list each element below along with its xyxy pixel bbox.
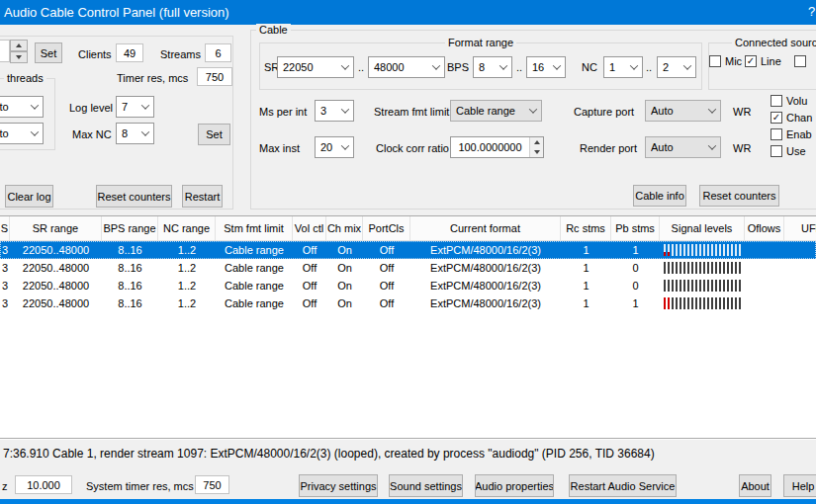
max-inst-combo[interactable]: 20 bbox=[315, 136, 354, 158]
meter-bar bbox=[680, 244, 681, 256]
meter-bar bbox=[691, 244, 693, 256]
thread-combo-1[interactable]: Auto bbox=[0, 96, 44, 118]
cell-portcls: Off bbox=[363, 297, 410, 309]
capture-port-combo[interactable]: Auto bbox=[645, 100, 721, 122]
render-port-combo[interactable]: Auto bbox=[645, 136, 721, 158]
cell-bps: 8..16 bbox=[102, 262, 158, 274]
table-row[interactable]: 322050..480008..161..2Cable rangeOffOnOf… bbox=[0, 241, 816, 259]
cell-nc: 1..2 bbox=[158, 297, 216, 309]
option-checkbox-use[interactable]: Use bbox=[771, 145, 806, 157]
meter-bar bbox=[664, 262, 666, 274]
column-header-nc[interactable]: NC range bbox=[158, 216, 216, 240]
meter-bar bbox=[687, 262, 689, 274]
restart-audio-service-button[interactable]: Restart Audio Service bbox=[569, 474, 677, 497]
checkbox-label: Line bbox=[761, 55, 781, 67]
meter-bar bbox=[699, 297, 701, 309]
column-header-pb[interactable]: Pb stms bbox=[611, 216, 660, 240]
about-button[interactable]: About bbox=[739, 474, 771, 497]
spin-down-button[interactable] bbox=[530, 147, 543, 157]
sound-settings-button[interactable]: Sound settings bbox=[389, 474, 463, 497]
table-row[interactable]: 322050..480008..161..2Cable rangeOffOnOf… bbox=[0, 277, 816, 294]
meter-bar bbox=[664, 297, 666, 309]
spin-up-button[interactable] bbox=[10, 40, 28, 51]
column-header-stm[interactable]: Stm fmt limit bbox=[216, 216, 293, 240]
column-header-signal[interactable]: Signal levels bbox=[660, 216, 745, 240]
title-bar[interactable]: Audio Cable Control Panel (full version) bbox=[0, 0, 816, 25]
stream-fmt-limit-combo[interactable]: Cable range bbox=[450, 100, 542, 122]
cables-table[interactable]: SSR rangeBPS rangeNC rangeStm fmt limitV… bbox=[0, 215, 816, 438]
hz-input[interactable]: 10.000 bbox=[15, 475, 72, 494]
cell-chmix: On bbox=[326, 280, 363, 292]
clear-log-button[interactable]: Clear log bbox=[5, 185, 53, 208]
sr-min-combo[interactable]: 22050 bbox=[277, 56, 354, 78]
column-header-oflows[interactable]: Oflows bbox=[745, 216, 784, 240]
audio-properties-button[interactable]: Audio properties bbox=[475, 474, 554, 497]
unchecked-checkbox-icon bbox=[771, 95, 782, 107]
meter-bar bbox=[695, 280, 697, 292]
meter-bar bbox=[711, 244, 713, 256]
chevron-down-icon bbox=[31, 127, 39, 135]
log-level-combo[interactable]: 7 bbox=[116, 96, 154, 118]
set-top-button[interactable]: Set bbox=[35, 42, 62, 63]
spin-down-button[interactable] bbox=[10, 51, 28, 63]
meter-bar bbox=[739, 244, 741, 256]
meter-bar bbox=[735, 244, 737, 256]
option-checkbox-chan[interactable]: ✓Chan bbox=[771, 112, 812, 124]
checkbox-mic[interactable]: Mic bbox=[709, 55, 742, 67]
nc-max-combo[interactable]: 2 bbox=[657, 56, 696, 78]
table-row[interactable]: 322050..480008..161..2Cable rangeOffOnOf… bbox=[0, 294, 816, 312]
column-header-uflows[interactable]: UFl bbox=[784, 216, 816, 240]
column-header-fmt[interactable]: Current format bbox=[410, 216, 561, 240]
help-button[interactable]: Help bbox=[783, 474, 816, 497]
meter-bar bbox=[664, 280, 666, 292]
sr-max-combo[interactable]: 48000 bbox=[368, 56, 445, 78]
thread-combo-2[interactable]: Auto bbox=[0, 123, 44, 144]
option-checkbox-volu[interactable]: Volu bbox=[771, 95, 807, 107]
cell-stm: Cable range bbox=[216, 280, 293, 292]
column-header-sr[interactable]: SR range bbox=[10, 216, 102, 240]
restart-button[interactable]: Restart bbox=[182, 185, 223, 208]
bps-min-combo[interactable]: 8 bbox=[473, 56, 512, 78]
checkbox-label: Enab bbox=[786, 128, 812, 140]
column-header-portcls[interactable]: PortCls bbox=[363, 216, 410, 240]
checkbox-line[interactable]: ✓Line bbox=[745, 55, 781, 67]
ms-per-int-combo[interactable]: 3 bbox=[315, 100, 354, 122]
checkbox-label: Mic bbox=[725, 55, 742, 67]
reset-counters-button-cable[interactable]: Reset counters bbox=[699, 185, 779, 207]
privacy-settings-button[interactable]: Privacy settings bbox=[299, 474, 378, 497]
chevron-down-icon bbox=[683, 61, 691, 69]
cut-edit-field[interactable] bbox=[0, 40, 10, 62]
reset-counters-button-left[interactable]: Reset counters bbox=[96, 185, 172, 208]
meter-bar bbox=[723, 262, 725, 274]
spin-up-button[interactable] bbox=[530, 137, 543, 147]
column-header-rc[interactable]: Rc stms bbox=[561, 216, 611, 240]
unchecked-checkbox-icon bbox=[709, 55, 721, 67]
option-checkbox-enab[interactable]: Enab bbox=[771, 128, 812, 140]
chevron-down-icon bbox=[708, 141, 716, 149]
render-port-label: Render port bbox=[580, 142, 637, 154]
cell-pb: 0 bbox=[611, 262, 660, 274]
help-icon[interactable]: ? bbox=[808, 4, 816, 21]
chevron-down-icon bbox=[499, 61, 507, 69]
column-header-chmix[interactable]: Ch mix bbox=[326, 216, 363, 240]
meter-bar bbox=[735, 280, 737, 292]
status-divider bbox=[0, 438, 816, 440]
table-row[interactable]: 322050..480008..161..2Cable rangeOffOnOf… bbox=[0, 259, 816, 277]
cable-info-button[interactable]: Cable info bbox=[633, 185, 686, 207]
column-header-bps[interactable]: BPS range bbox=[102, 216, 158, 240]
set-button[interactable]: Set bbox=[198, 124, 230, 145]
column-header-vol[interactable]: Vol ctl bbox=[293, 216, 326, 240]
clock-corr-ratio-spinner[interactable]: 100.0000000 bbox=[450, 136, 544, 158]
triangle-down-icon bbox=[534, 150, 540, 154]
column-header-ms[interactable]: S bbox=[0, 216, 10, 240]
bps-max-combo[interactable]: 16 bbox=[526, 56, 566, 78]
nc-min-combo[interactable]: 1 bbox=[603, 56, 643, 78]
max-nc-combo[interactable]: 8 bbox=[116, 123, 154, 144]
spinner-buttons[interactable] bbox=[529, 137, 543, 157]
checkbox-item-3[interactable] bbox=[794, 55, 810, 67]
meter-bar bbox=[727, 280, 729, 292]
meter-bar bbox=[715, 244, 717, 256]
meter-bar bbox=[676, 262, 678, 274]
checkbox-label: Use bbox=[786, 145, 806, 157]
meter-bar bbox=[672, 244, 674, 256]
